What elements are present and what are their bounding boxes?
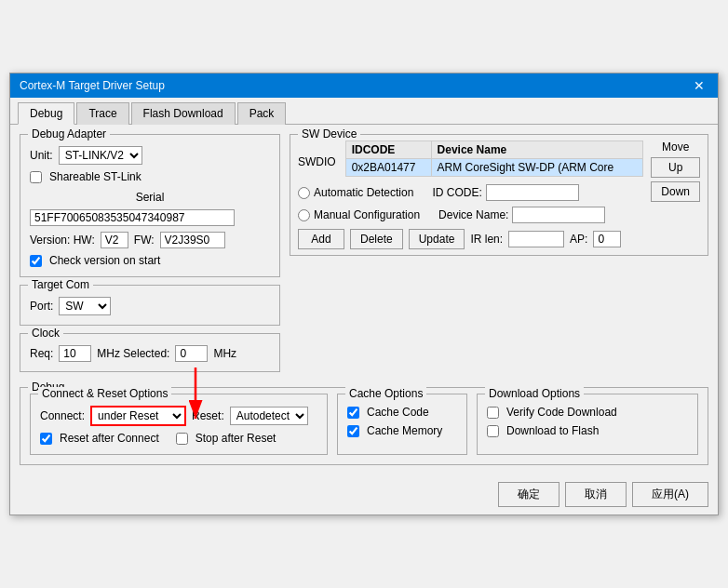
selected-input[interactable] bbox=[175, 345, 208, 362]
version-label: Version: HW: bbox=[30, 234, 95, 247]
fw-input[interactable] bbox=[160, 232, 225, 248]
id-code-label: ID CODE: bbox=[432, 186, 481, 199]
req-input[interactable] bbox=[59, 345, 91, 362]
cache-code-label: Cache Code bbox=[367, 406, 429, 419]
id-code-input[interactable] bbox=[486, 184, 579, 201]
tab-content: Debug Adapter Unit: ST-LINK/V2 ST-LINK/V… bbox=[10, 125, 718, 474]
swdio-label: SWDIO bbox=[298, 155, 336, 168]
apply-button[interactable]: 应用(A) bbox=[632, 482, 708, 507]
verify-label: Verify Code Download bbox=[506, 406, 617, 419]
tab-pack[interactable]: Pack bbox=[237, 102, 287, 125]
unit-row: Unit: ST-LINK/V2 ST-LINK/V3 bbox=[30, 146, 270, 165]
download-flash-checkbox[interactable] bbox=[487, 425, 499, 437]
clock-group: Clock Req: MHz Selected: MHz bbox=[20, 333, 280, 372]
sw-table-area: SWDIO IDCODE Device Name bbox=[298, 140, 643, 249]
debug-bottom-row: Connect & Reset Options Connect: under R… bbox=[30, 394, 698, 455]
connect-reset-group: Connect & Reset Options Connect: under R… bbox=[30, 394, 328, 455]
add-button[interactable]: Add bbox=[298, 229, 344, 249]
download-options-label: Download Options bbox=[485, 387, 584, 400]
table-header-device-name: Device Name bbox=[431, 141, 643, 159]
connect-select[interactable]: under Reset Normal with Pre-reset bbox=[90, 406, 186, 426]
reset-select[interactable]: Autodetect Software Hardware bbox=[230, 407, 308, 425]
device-name-label: Device Name: bbox=[438, 208, 508, 221]
download-flash-label: Download to Flash bbox=[506, 424, 599, 437]
down-button[interactable]: Down bbox=[651, 181, 700, 202]
delete-button[interactable]: Delete bbox=[350, 229, 403, 249]
hw-input[interactable] bbox=[101, 232, 128, 248]
table-row[interactable]: 0x2BA01477 ARM CoreSight SW-DP (ARM Core bbox=[345, 159, 643, 177]
stop-after-reset-checkbox[interactable] bbox=[176, 433, 188, 445]
cache-memory-label: Cache Memory bbox=[367, 424, 442, 437]
tab-debug[interactable]: Debug bbox=[18, 102, 74, 125]
port-select[interactable]: SW JTAG bbox=[59, 297, 111, 315]
window-title: Cortex-M Target Driver Setup bbox=[20, 79, 165, 92]
right-panel: SW Device SWDIO IDCODE Device Name bbox=[290, 134, 708, 380]
verify-checkbox[interactable] bbox=[487, 407, 499, 419]
connect-reset-label: Connect & Reset Options bbox=[38, 387, 171, 400]
tab-flash-download[interactable]: Flash Download bbox=[131, 102, 236, 125]
unit-label: Unit: bbox=[30, 149, 53, 162]
sw-move-buttons: Move Up Down bbox=[651, 140, 700, 249]
manual-config-row: Manual Configuration bbox=[298, 208, 420, 221]
clock-row: Req: MHz Selected: MHz bbox=[30, 345, 270, 362]
sw-device-table: IDCODE Device Name 0x2BA01477 ARM CoreSi… bbox=[345, 140, 644, 177]
tab-bar: Debug Trace Flash Download Pack bbox=[10, 98, 718, 125]
debug-section: Debug Connect & Reset Options Connect: u… bbox=[20, 387, 708, 465]
cache-code-checkbox[interactable] bbox=[347, 407, 359, 419]
connect-row: Connect: under Reset Normal with Pre-res… bbox=[40, 406, 317, 426]
cache-options-group: Cache Options Cache Code Cache Memory bbox=[337, 394, 467, 455]
ir-len-label: IR len: bbox=[470, 233, 503, 246]
left-panel: Debug Adapter Unit: ST-LINK/V2 ST-LINK/V… bbox=[20, 134, 280, 380]
ok-button[interactable]: 确定 bbox=[498, 482, 559, 507]
clock-label: Clock bbox=[28, 327, 63, 340]
shareable-checkbox[interactable] bbox=[30, 171, 42, 183]
ir-len-input[interactable] bbox=[508, 231, 564, 247]
download-options-group: Download Options Verify Code Download Do… bbox=[477, 394, 698, 455]
sw-device-group: SW Device SWDIO IDCODE Device Name bbox=[290, 134, 708, 256]
version-row: Version: HW: FW: bbox=[30, 232, 270, 248]
auto-detect-radio[interactable] bbox=[298, 187, 310, 199]
tab-trace[interactable]: Trace bbox=[76, 102, 128, 125]
mhz2-label: MHz bbox=[213, 347, 236, 360]
main-area: Debug Adapter Unit: ST-LINK/V2 ST-LINK/V… bbox=[20, 134, 708, 380]
cancel-button[interactable]: 取消 bbox=[565, 482, 627, 507]
manual-config-radio[interactable] bbox=[298, 209, 310, 221]
device-name-input[interactable] bbox=[512, 207, 605, 223]
debug-adapter-group: Debug Adapter Unit: ST-LINK/V2 ST-LINK/V… bbox=[20, 134, 280, 277]
serial-input[interactable]: 51FF70065083535047340987 bbox=[30, 209, 235, 226]
target-com-group: Target Com Port: SW JTAG bbox=[20, 285, 280, 326]
cache-memory-checkbox[interactable] bbox=[347, 425, 359, 437]
table-cell-device-name: ARM CoreSight SW-DP (ARM Core bbox=[431, 159, 643, 177]
check-version-label: Check version on start bbox=[49, 254, 160, 267]
mhz1-label: MHz Selected: bbox=[97, 347, 169, 360]
auto-detect-label: Automatic Detection bbox=[314, 186, 413, 199]
main-window: Cortex-M Target Driver Setup ✕ Debug Tra… bbox=[9, 73, 719, 515]
up-button[interactable]: Up bbox=[651, 157, 700, 178]
target-com-label: Target Com bbox=[28, 278, 93, 291]
cache-memory-row: Cache Memory bbox=[347, 424, 457, 437]
stop-after-reset-label: Stop after Reset bbox=[195, 432, 276, 445]
connect-label: Connect: bbox=[40, 409, 85, 422]
title-bar: Cortex-M Target Driver Setup ✕ bbox=[10, 74, 718, 98]
close-button[interactable]: ✕ bbox=[690, 79, 708, 92]
footer-buttons: 确定 取消 应用(A) bbox=[10, 474, 718, 514]
debug-adapter-label: Debug Adapter bbox=[28, 127, 110, 140]
unit-select[interactable]: ST-LINK/V2 ST-LINK/V3 bbox=[59, 146, 142, 165]
check-version-row: Check version on start bbox=[30, 254, 270, 267]
req-label: Req: bbox=[30, 347, 53, 360]
check-version-checkbox[interactable] bbox=[30, 255, 42, 267]
reset-after-connect-checkbox[interactable] bbox=[40, 433, 52, 445]
shareable-label: Shareable ST-Link bbox=[49, 170, 142, 183]
cache-options-label: Cache Options bbox=[345, 387, 426, 400]
ap-input[interactable] bbox=[593, 231, 621, 247]
sw-device-label: SW Device bbox=[298, 127, 360, 140]
ap-label: AP: bbox=[570, 233, 587, 246]
ir-ap-row: Add Delete Update IR len: AP: bbox=[298, 229, 643, 249]
shareable-row: Shareable ST-Link bbox=[30, 170, 270, 183]
manual-config-label: Manual Configuration bbox=[314, 208, 420, 221]
reset-label: Reset: bbox=[192, 409, 224, 422]
cache-code-row: Cache Code bbox=[347, 406, 457, 419]
move-label: Move bbox=[651, 140, 700, 154]
update-button[interactable]: Update bbox=[409, 229, 465, 249]
connect-options-row: Reset after Connect Stop after Reset bbox=[40, 432, 317, 445]
